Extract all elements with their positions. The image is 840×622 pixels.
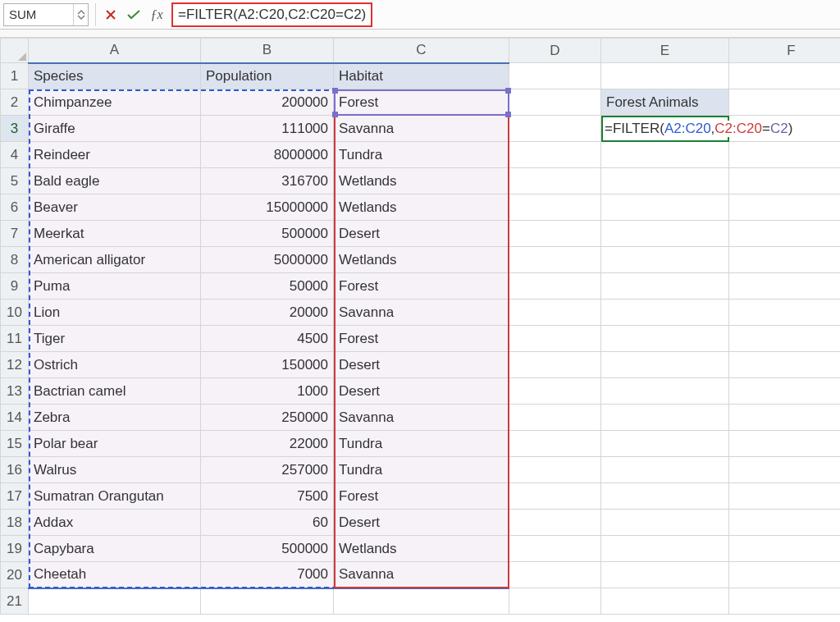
col-header-D[interactable]: D [509,39,601,63]
cell-D2[interactable] [509,89,601,116]
cell-D9[interactable] [509,273,601,300]
cell-A3[interactable]: Giraffe [29,116,201,142]
cell-C20[interactable]: Savanna [334,562,509,588]
cell-B13[interactable]: 1000 [201,378,334,405]
cell-E8[interactable] [601,247,729,273]
cell-A18[interactable]: Addax [29,510,201,536]
cell-B16[interactable]: 257000 [201,457,334,483]
cell-F10[interactable] [729,300,841,326]
cell-A13[interactable]: Bactrian camel [29,378,201,405]
cell-A15[interactable]: Polar bear [29,431,201,457]
row-header[interactable]: 5 [1,168,29,194]
cell-F18[interactable] [729,510,841,536]
row-header[interactable]: 14 [1,405,29,431]
cell-C11[interactable]: Forest [334,326,509,352]
cell-C21[interactable] [334,588,509,615]
cell-A16[interactable]: Walrus [29,457,201,483]
cell-D1[interactable] [509,63,601,89]
cell-C7[interactable]: Desert [334,221,509,247]
cell-E3[interactable]: =FILTER(A2:C20,C2:C20=C2) [601,116,729,142]
cell-C1[interactable]: Habitat [334,63,509,89]
cell-D15[interactable] [509,431,601,457]
cell-F19[interactable] [729,536,841,562]
cell-F7[interactable] [729,221,841,247]
col-header-F[interactable]: F [729,39,841,63]
cell-B5[interactable]: 316700 [201,168,334,194]
row-header[interactable]: 12 [1,352,29,378]
cell-B4[interactable]: 8000000 [201,142,334,168]
cell-D6[interactable] [509,194,601,221]
cancel-button[interactable] [99,3,122,26]
cell-F13[interactable] [729,378,841,405]
cell-B8[interactable]: 5000000 [201,247,334,273]
cell-C4[interactable]: Tundra [334,142,509,168]
cell-F4[interactable] [729,142,841,168]
row-header[interactable]: 20 [1,562,29,588]
cell-B19[interactable]: 500000 [201,536,334,562]
cell-F21[interactable] [729,588,841,615]
cell-C19[interactable]: Wetlands [334,536,509,562]
cell-B3[interactable]: 111000 [201,116,334,142]
cell-E1[interactable] [601,63,729,89]
col-header-E[interactable]: E [601,39,729,63]
cell-E13[interactable] [601,378,729,405]
cell-B9[interactable]: 50000 [201,273,334,300]
cell-D10[interactable] [509,300,601,326]
col-header-A[interactable]: A [29,39,201,63]
insert-function-button[interactable]: ƒx [145,3,168,26]
row-header[interactable]: 8 [1,247,29,273]
cell-B1[interactable]: Population [201,63,334,89]
cell-D18[interactable] [509,510,601,536]
cell-E12[interactable] [601,352,729,378]
cell-E10[interactable] [601,300,729,326]
cell-A1[interactable]: Species [29,63,201,89]
cell-D13[interactable] [509,378,601,405]
cell-D20[interactable] [509,562,601,588]
cell-A14[interactable]: Zebra [29,405,201,431]
row-header[interactable]: 6 [1,194,29,221]
row-header[interactable]: 17 [1,483,29,510]
cell-C13[interactable]: Desert [334,378,509,405]
cell-B17[interactable]: 7500 [201,483,334,510]
cell-E17[interactable] [601,483,729,510]
row-header[interactable]: 19 [1,536,29,562]
cell-A6[interactable]: Beaver [29,194,201,221]
cell-D5[interactable] [509,168,601,194]
enter-button[interactable] [122,3,145,26]
cell-F11[interactable] [729,326,841,352]
cell-C14[interactable]: Savanna [334,405,509,431]
cell-C9[interactable]: Forest [334,273,509,300]
cell-E4[interactable] [601,142,729,168]
row-header[interactable]: 10 [1,300,29,326]
cell-F8[interactable] [729,247,841,273]
formula-input[interactable]: =FILTER(A2:C20,C2:C20=C2) [168,3,840,26]
select-all-corner[interactable] [1,39,29,63]
cell-E15[interactable] [601,431,729,457]
cell-D11[interactable] [509,326,601,352]
cell-B11[interactable]: 4500 [201,326,334,352]
cell-B20[interactable]: 7000 [201,562,334,588]
row-header[interactable]: 1 [1,63,29,89]
cell-E6[interactable] [601,194,729,221]
cell-D16[interactable] [509,457,601,483]
cell-A9[interactable]: Puma [29,273,201,300]
row-header[interactable]: 21 [1,588,29,615]
cell-F17[interactable] [729,483,841,510]
cell-A11[interactable]: Tiger [29,326,201,352]
row-header[interactable]: 3 [1,116,29,142]
cell-D3[interactable] [509,116,601,142]
cell-E7[interactable] [601,221,729,247]
row-header[interactable]: 2 [1,89,29,116]
row-header[interactable]: 15 [1,431,29,457]
cell-F20[interactable] [729,562,841,588]
cell-E19[interactable] [601,536,729,562]
row-header[interactable]: 7 [1,221,29,247]
cell-A10[interactable]: Lion [29,300,201,326]
cell-A8[interactable]: American alligator [29,247,201,273]
cell-C6[interactable]: Wetlands [334,194,509,221]
name-box[interactable]: SUM [3,3,89,26]
cell-D14[interactable] [509,405,601,431]
cell-D7[interactable] [509,221,601,247]
cell-D21[interactable] [509,588,601,615]
cell-E18[interactable] [601,510,729,536]
